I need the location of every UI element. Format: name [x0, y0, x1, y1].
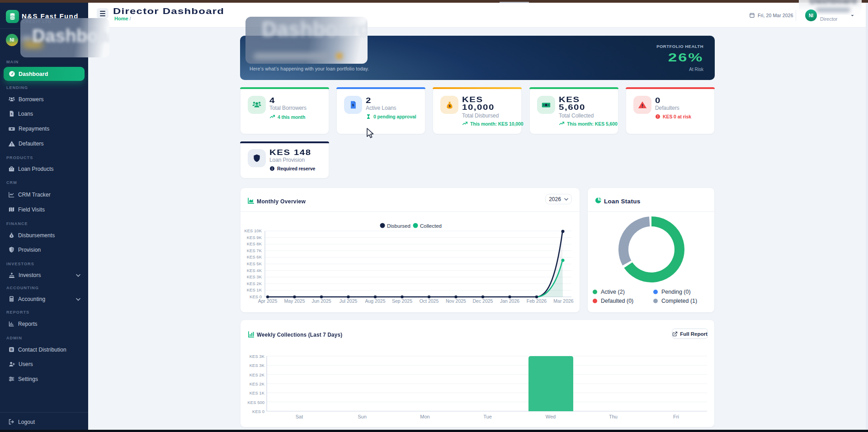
svg-text:Sep 2025: Sep 2025: [392, 298, 412, 304]
svg-text:KES 1K: KES 1K: [250, 390, 265, 395]
svg-text:Disbursed: Disbursed: [387, 223, 410, 229]
svg-text:Fri: Fri: [673, 414, 679, 419]
svg-text:KES 2K: KES 2K: [247, 281, 262, 286]
svg-text:KES 1K: KES 1K: [247, 287, 262, 292]
svg-text:Dec 2025: Dec 2025: [473, 298, 493, 304]
svg-text:Apr 2025: Apr 2025: [258, 298, 278, 304]
svg-text:Nov 2025: Nov 2025: [446, 298, 466, 304]
svg-text:Thu: Thu: [609, 414, 618, 419]
svg-text:Mar 2026: Mar 2026: [553, 298, 574, 304]
svg-text:Feb 2026: Feb 2026: [527, 298, 547, 304]
svg-text:KES 3K: KES 3K: [250, 363, 265, 368]
svg-text:Oct 2025: Oct 2025: [420, 298, 439, 304]
svg-text:Mon: Mon: [420, 414, 429, 419]
svg-text:Aug 2025: Aug 2025: [365, 298, 386, 304]
svg-text:Jan 2026: Jan 2026: [500, 298, 519, 304]
svg-text:Wed: Wed: [546, 414, 556, 419]
svg-text:KES 0: KES 0: [252, 409, 264, 414]
svg-text:KES 6K: KES 6K: [247, 254, 262, 259]
svg-text:KES 8K: KES 8K: [247, 241, 262, 246]
svg-text:Jul 2025: Jul 2025: [340, 298, 358, 304]
svg-text:KES 7K: KES 7K: [247, 248, 262, 253]
svg-text:May 2025: May 2025: [284, 298, 305, 304]
svg-text:Tue: Tue: [483, 414, 492, 419]
svg-text:KES 3K: KES 3K: [250, 354, 265, 359]
svg-text:KES 500: KES 500: [248, 400, 265, 405]
svg-text:KES 3K: KES 3K: [247, 274, 262, 279]
svg-text:KES 2K: KES 2K: [250, 372, 265, 377]
svg-text:KES 5K: KES 5K: [247, 261, 262, 266]
svg-text:KES 10K: KES 10K: [244, 228, 262, 233]
svg-text:KES 2K: KES 2K: [250, 381, 265, 386]
svg-text:Collected: Collected: [420, 223, 442, 229]
svg-text:Jun 2025: Jun 2025: [311, 298, 331, 304]
svg-text:Sun: Sun: [358, 414, 367, 419]
svg-text:KES 9K: KES 9K: [247, 235, 262, 240]
svg-text:Sat: Sat: [296, 414, 303, 419]
svg-text:KES 4K: KES 4K: [247, 268, 262, 273]
